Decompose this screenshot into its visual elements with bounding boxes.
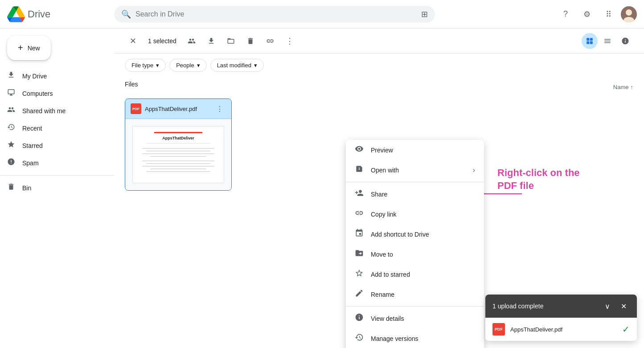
drive-logo-icon [7, 5, 25, 23]
file-preview: AppsThatDeliver [125, 119, 231, 190]
people-label: People [176, 62, 194, 69]
upload-actions: ∨ ✕ [601, 300, 630, 312]
last-modified-filter[interactable]: Last modified ▾ [210, 59, 264, 72]
open-with-icon [355, 164, 364, 176]
file-menu-button[interactable]: ⋮ [213, 102, 226, 115]
sidebar-item-label-shared: Shared with me [22, 107, 66, 115]
preview-line-9 [146, 171, 210, 172]
info-button[interactable] [617, 33, 633, 49]
upload-item: PDF AppsThatDeliver.pdf ✓ [485, 318, 637, 341]
sidebar-item-label-recent: Recent [22, 125, 42, 132]
sidebar-item-spam[interactable]: Spam [0, 154, 107, 172]
collapse-upload-button[interactable]: ∨ [601, 300, 614, 312]
apps-button[interactable]: ⠿ [599, 5, 617, 23]
filters-bar: File type ▾ People ▾ Last modified ▾ [114, 53, 644, 77]
menu-item-rename[interactable]: Rename [346, 284, 484, 304]
menu-item-rename-label: Rename [371, 291, 394, 298]
sidebar-item-shared[interactable]: Shared with me [0, 102, 107, 119]
menu-item-add-shortcut-label: Add shortcut to Drive [371, 231, 429, 238]
menu-divider-1 [346, 182, 484, 182]
add-shortcut-icon [355, 229, 364, 240]
computers-icon [7, 88, 15, 98]
move-toolbar-button[interactable] [223, 33, 239, 49]
menu-item-preview[interactable]: Preview [346, 140, 484, 160]
preview-line-7 [142, 166, 214, 167]
delete-toolbar-button[interactable] [242, 33, 258, 49]
search-bar[interactable]: 🔍 ⊞ [114, 6, 435, 23]
menu-item-open-with[interactable]: Open with › [346, 160, 484, 180]
share-toolbar-button[interactable] [184, 33, 200, 49]
upload-title: 1 upload complete [492, 303, 543, 310]
preview-line-5 [142, 160, 214, 161]
search-icon: 🔍 [121, 9, 131, 19]
logo-area: Drive [7, 5, 114, 23]
more-toolbar-button[interactable]: ⋮ [282, 33, 298, 49]
search-tune-icon[interactable]: ⊞ [421, 9, 428, 19]
sort-arrow: ↑ [631, 84, 634, 90]
upload-header: 1 upload complete ∨ ✕ [485, 295, 637, 318]
section-title: Files [125, 81, 138, 88]
sidebar-item-label-starred: Starred [22, 142, 43, 149]
file-type-chevron: ▾ [156, 62, 159, 69]
toolbar: ✕ 1 selected ⋮ [114, 29, 644, 53]
upload-notification: 1 upload complete ∨ ✕ PDF AppsThatDelive… [485, 295, 637, 341]
people-chevron: ▾ [197, 62, 200, 69]
plus-icon: + [18, 43, 23, 53]
file-card-header: PDF AppsThatDeliver.pdf ⋮ [125, 99, 231, 119]
sidebar-item-recent[interactable]: Recent [0, 119, 107, 137]
menu-item-move-to-label: Move to [371, 251, 393, 258]
close-selection-button[interactable]: ✕ [125, 33, 141, 49]
last-modified-label: Last modified [217, 62, 251, 69]
sidebar-item-label-my-drive: My Drive [22, 73, 47, 80]
menu-item-share[interactable]: Share [346, 184, 484, 204]
list-view-button[interactable] [599, 33, 615, 49]
sidebar-item-label-computers: Computers [22, 90, 53, 97]
logo-text: Drive [28, 8, 50, 20]
preview-line-1 [142, 148, 214, 149]
menu-item-move-to[interactable]: Move to [346, 244, 484, 264]
my-drive-icon [7, 71, 15, 81]
sidebar-item-bin[interactable]: Bin [0, 179, 107, 197]
link-toolbar-button[interactable] [262, 33, 278, 49]
help-button[interactable]: ? [557, 5, 574, 23]
file-type-filter[interactable]: File type ▾ [125, 59, 166, 72]
menu-item-share-label: Share [371, 191, 387, 198]
menu-item-copy-link[interactable]: Copy link [346, 204, 484, 224]
sort-label[interactable]: Name ↑ [613, 84, 633, 90]
download-toolbar-button[interactable] [203, 33, 219, 49]
sort-name: Name [613, 84, 629, 90]
last-modified-chevron: ▾ [254, 62, 257, 69]
menu-item-add-starred[interactable]: Add to starred [346, 264, 484, 284]
file-type-label: File type [131, 62, 153, 69]
menu-item-add-shortcut[interactable]: Add shortcut to Drive [346, 224, 484, 244]
new-button-label: New [28, 45, 40, 52]
preview-line-6 [146, 163, 210, 164]
toolbar-right [582, 33, 633, 49]
file-name: AppsThatDeliver.pdf [145, 106, 210, 112]
file-card-pdf[interactable]: PDF AppsThatDeliver.pdf ⋮ AppsThatDelive… [125, 98, 232, 191]
close-upload-button[interactable]: ✕ [617, 300, 630, 312]
starred-icon [7, 140, 15, 151]
svg-point-1 [626, 9, 632, 16]
sidebar: + New My Drive Computers [0, 29, 114, 348]
menu-divider-2 [346, 306, 484, 307]
menu-item-view-details[interactable]: View details [346, 308, 484, 328]
search-input[interactable] [135, 10, 417, 18]
menu-item-open-with-label: Open with [371, 167, 399, 174]
menu-item-preview-label: Preview [371, 147, 393, 154]
menu-item-manage-versions[interactable]: Manage versions [346, 328, 484, 348]
people-filter[interactable]: People ▾ [169, 59, 206, 72]
avatar[interactable] [621, 6, 637, 22]
sidebar-item-label-spam: Spam [22, 160, 39, 167]
sidebar-item-starred[interactable]: Starred [0, 137, 107, 154]
sidebar-item-computers[interactable]: Computers [0, 85, 107, 102]
new-button[interactable]: + New [7, 36, 51, 60]
settings-button[interactable]: ⚙ [578, 5, 596, 23]
rename-icon [355, 289, 364, 300]
menu-item-view-details-label: View details [371, 315, 404, 322]
upload-pdf-icon: PDF [492, 323, 505, 336]
grid-view-button[interactable] [582, 33, 598, 49]
sidebar-item-my-drive[interactable]: My Drive [0, 67, 107, 85]
manage-versions-icon [355, 333, 364, 344]
move-to-icon [355, 249, 364, 260]
